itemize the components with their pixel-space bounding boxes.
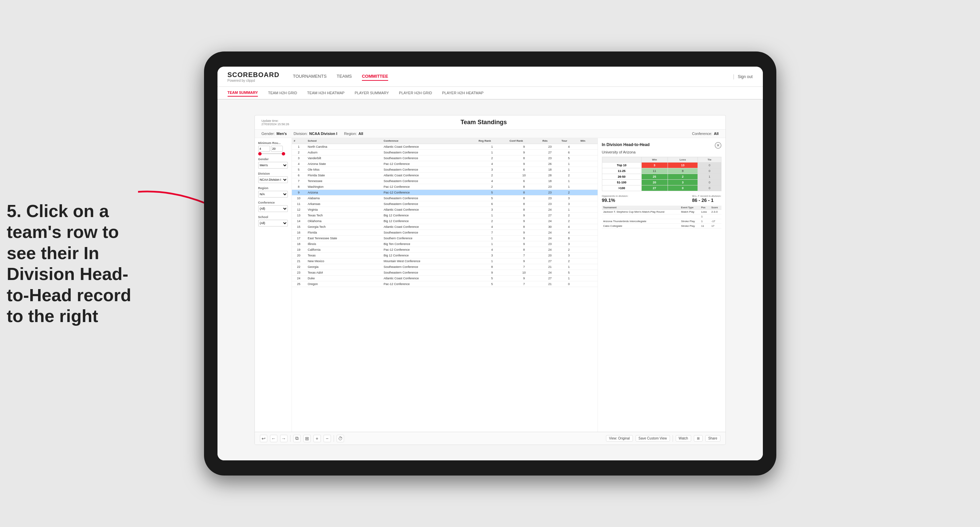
table-row[interactable]: 9 Arizona Pac-12 Conference 5 8 23 2 (292, 190, 598, 195)
cell-school: Ole Miss (306, 167, 382, 173)
toolbar-separator-1 (290, 435, 291, 442)
filter-gender-select[interactable]: Men's (258, 162, 288, 168)
logo-title: SCOREBOARD (228, 71, 279, 79)
gender-label: Gender: (262, 132, 275, 136)
table-row[interactable]: 13 Texas Tech Big 12 Conference 1 9 27 2 (292, 213, 598, 218)
sub-nav-team-summary[interactable]: TEAM SUMMARY (228, 89, 258, 97)
table-row[interactable]: 15 Georgia Tech Atlantic Coast Conferenc… (292, 224, 598, 230)
paste-button[interactable]: ⊞ (303, 435, 311, 442)
undo-button[interactable]: ↩ (260, 435, 267, 442)
save-custom-view-button[interactable]: Save Custom View (636, 435, 670, 441)
cell-conf-rank: 7 (508, 253, 541, 259)
table-row[interactable]: 8 Washington Pac-12 Conference 2 8 23 1 (292, 184, 598, 190)
table-row[interactable]: 11 Arkansas Southeastern Conference 6 8 … (292, 201, 598, 207)
filter-slider (258, 153, 285, 154)
cell-rank: 25 (292, 281, 306, 287)
table-row[interactable]: 5 Ole Miss Southeastern Conference 3 6 1… (292, 167, 598, 173)
table-row[interactable]: 23 Texas A&M Southeastern Conference 9 1… (292, 270, 598, 276)
cell-reg-rank: 3 (477, 207, 508, 213)
cell-rank: 23 (292, 270, 306, 276)
cell-win (578, 161, 597, 167)
sign-out-link[interactable]: Sign out (738, 75, 752, 79)
bottom-toolbar: ↩ ← → ⧉ ⊞ + − ⏱ View: Original (255, 432, 725, 444)
forward-button[interactable]: → (280, 435, 288, 442)
grid-button[interactable]: ⊞ (694, 435, 703, 441)
table-row[interactable]: 16 Florida Southeastern Conference 7 9 2… (292, 230, 598, 236)
cell-rank: 14 (292, 218, 306, 224)
table-row[interactable]: 1 North Carolina Atlantic Coast Conferen… (292, 144, 598, 150)
table-row[interactable]: 12 Virginia Atlantic Coast Conference 3 … (292, 207, 598, 213)
filter-division-select[interactable]: NCAA Division I (258, 176, 288, 183)
sub-nav-h2h-heatmap[interactable]: TEAM H2H HEATMAP (307, 89, 344, 96)
sub-nav-player-h2h-heatmap[interactable]: PLAYER H2H HEATMAP (442, 89, 484, 96)
watch-button[interactable]: Watch (676, 435, 691, 441)
table-row[interactable]: 14 Oklahoma Big 12 Conference 2 9 24 2 (292, 218, 598, 224)
cell-conference: Big 12 Conference (382, 218, 477, 224)
remove-button[interactable]: − (323, 435, 331, 442)
nav-committee[interactable]: COMMITTEE (362, 72, 388, 81)
cell-tour: 1 (560, 161, 578, 167)
table-row[interactable]: 25 Oregon Pac-12 Conference 5 7 21 0 (292, 281, 598, 287)
table-row[interactable]: 4 Arizona State Pac-12 Conference 4 9 26… (292, 161, 598, 167)
add-button[interactable]: + (313, 435, 321, 442)
cell-reg-rank: 2 (477, 218, 508, 224)
filter-region-label: Region (258, 186, 288, 190)
min-rounds-label: Minimum Rou... (258, 141, 288, 145)
copy-button[interactable]: ⧉ (293, 435, 301, 442)
cell-rds: 28 (540, 173, 559, 178)
cell-tour: 2 (560, 259, 578, 264)
timer-button[interactable]: ⏱ (337, 435, 344, 442)
h2h-cell-loss: 2 (668, 174, 698, 180)
nav-tournaments[interactable]: TOURNAMENTS (293, 72, 326, 81)
nav-teams[interactable]: TEAMS (337, 72, 352, 81)
cell-conference: Big 12 Conference (382, 213, 477, 218)
table-row[interactable]: 3 Vanderbilt Southeastern Conference 2 8… (292, 156, 598, 161)
sub-nav-h2h-grid[interactable]: TEAM H2H GRID (268, 89, 297, 96)
share-button[interactable]: Share (705, 435, 721, 441)
cell-tour: 6 (560, 150, 578, 156)
table-row[interactable]: 6 Florida State Atlantic Coast Conferenc… (292, 173, 598, 178)
cell-win (578, 195, 597, 201)
division-label: Division: (294, 132, 308, 136)
table-row[interactable]: 18 Illinois Big Ten Conference 1 9 23 3 (292, 241, 598, 247)
cell-rank: 10 (292, 195, 306, 201)
table-row[interactable]: 17 East Tennessee State Southern Confere… (292, 236, 598, 241)
table-row[interactable]: 24 Duke Atlantic Coast Conference 5 9 27… (292, 276, 598, 281)
table-row[interactable]: 2 Auburn Southeastern Conference 1 9 27 … (292, 150, 598, 156)
table-row[interactable]: 10 Alabama Southeastern Conference 5 8 2… (292, 195, 598, 201)
h2h-row: >100 27 0 0 (602, 186, 721, 191)
tournament-cell-score: 2-3-0 (710, 210, 721, 214)
table-row[interactable]: 19 California Pac-12 Conference 4 8 24 2 (292, 247, 598, 253)
table-row[interactable]: 7 Tennessee Southeastern Conference 4 6 … (292, 178, 598, 184)
h2h-close-button[interactable]: ✕ (715, 142, 721, 149)
filter-conference-select[interactable]: (All) (258, 205, 288, 212)
cell-conf-rank: 6 (508, 167, 541, 173)
view-original-button[interactable]: View: Original (606, 435, 633, 441)
cell-rank: 6 (292, 173, 306, 178)
min-rounds-input-high[interactable] (271, 146, 283, 152)
sub-nav-player-summary[interactable]: PLAYER SUMMARY (355, 89, 389, 96)
cell-reg-rank: 4 (477, 224, 508, 230)
table-row[interactable]: 21 New Mexico Mountain West Conference 1… (292, 259, 598, 264)
filter-school-select[interactable]: (All) (258, 220, 288, 227)
h2h-cell-label: Top 10 (602, 162, 641, 168)
filter-region-select[interactable]: N/A (258, 191, 288, 198)
table-row[interactable]: 20 Texas Big 12 Conference 3 7 20 3 (292, 253, 598, 259)
table-row[interactable]: 22 Georgia Southeastern Conference 8 7 2… (292, 264, 598, 270)
cell-tour: 1 (560, 276, 578, 281)
min-rounds-input-low[interactable] (258, 146, 270, 152)
filter-school-label: School (258, 215, 288, 219)
cell-conf-rank: 8 (508, 184, 541, 190)
cell-win (578, 144, 597, 150)
cell-rank: 9 (292, 190, 306, 195)
update-time-label: Update time: (262, 119, 290, 122)
cell-conf-rank: 7 (508, 264, 541, 270)
th-rds: Rds (540, 138, 559, 144)
cell-tour: 3 (560, 201, 578, 207)
cell-tour: 0 (560, 281, 578, 287)
sub-nav-player-h2h-grid[interactable]: PLAYER H2H GRID (399, 89, 432, 96)
back-button[interactable]: ← (270, 435, 277, 442)
cell-conf-rank: 9 (508, 213, 541, 218)
table-area: # School Conference Reg Rank Conf Rank R… (292, 138, 598, 432)
cell-win (578, 190, 597, 195)
